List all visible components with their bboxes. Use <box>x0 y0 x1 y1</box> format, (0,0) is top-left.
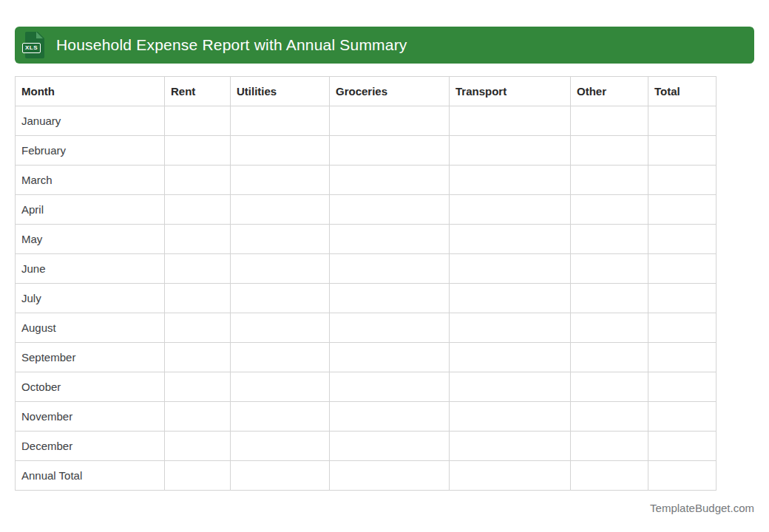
data-cell <box>648 343 717 372</box>
data-cell <box>571 343 648 372</box>
data-cell <box>231 136 330 166</box>
data-cell <box>165 195 231 225</box>
data-cell <box>450 432 571 461</box>
data-cell <box>330 372 450 402</box>
data-cell <box>571 166 648 195</box>
data-cell <box>450 313 571 343</box>
column-header-total: Total <box>648 77 717 106</box>
row-label-cell: June <box>16 254 165 284</box>
row-label-cell: January <box>16 106 165 136</box>
data-cell <box>450 166 571 195</box>
xls-file-icon: XLS <box>24 31 44 59</box>
report-title-bar: XLS Household Expense Report with Annual… <box>15 27 754 64</box>
data-cell <box>330 136 450 166</box>
data-cell <box>165 136 231 166</box>
page-title: Household Expense Report with Annual Sum… <box>56 36 407 54</box>
data-cell <box>648 225 717 254</box>
data-cell <box>165 166 231 195</box>
xls-badge-label: XLS <box>22 43 41 53</box>
data-cell <box>571 225 648 254</box>
data-cell <box>450 136 571 166</box>
column-header-transport: Transport <box>450 77 571 106</box>
data-cell <box>231 225 330 254</box>
data-cell <box>648 106 717 136</box>
data-cell <box>330 284 450 313</box>
data-cell <box>648 372 717 402</box>
data-cell <box>330 166 450 195</box>
data-cell <box>571 461 648 491</box>
site-credit: TemplateBudget.com <box>650 502 754 514</box>
data-cell <box>450 225 571 254</box>
data-cell <box>571 313 648 343</box>
data-cell <box>165 106 231 136</box>
table-header: MonthRentUtilitiesGroceriesTransportOthe… <box>16 77 717 106</box>
data-cell <box>231 461 330 491</box>
data-cell <box>450 402 571 432</box>
table-row: August <box>16 313 717 343</box>
column-header-rent: Rent <box>165 77 231 106</box>
table-row: Annual Total <box>16 461 717 491</box>
data-cell <box>450 343 571 372</box>
data-cell <box>165 402 231 432</box>
table-row: May <box>16 225 717 254</box>
row-label-cell: November <box>16 402 165 432</box>
column-header-utilities: Utilities <box>231 77 330 106</box>
row-label-cell: October <box>16 372 165 402</box>
table-row: January <box>16 106 717 136</box>
data-cell <box>648 461 717 491</box>
data-cell <box>165 343 231 372</box>
data-cell <box>330 461 450 491</box>
data-cell <box>450 195 571 225</box>
table-row: July <box>16 284 717 313</box>
data-cell <box>330 402 450 432</box>
data-cell <box>231 106 330 136</box>
table-row: June <box>16 254 717 284</box>
expense-table: MonthRentUtilitiesGroceriesTransportOthe… <box>15 76 717 491</box>
table-row: February <box>16 136 717 166</box>
data-cell <box>648 313 717 343</box>
data-cell <box>330 254 450 284</box>
data-cell <box>231 372 330 402</box>
row-label-cell: February <box>16 136 165 166</box>
data-cell <box>330 106 450 136</box>
data-cell <box>571 402 648 432</box>
data-cell <box>571 254 648 284</box>
data-cell <box>165 372 231 402</box>
data-cell <box>450 372 571 402</box>
header-row: MonthRentUtilitiesGroceriesTransportOthe… <box>16 77 717 106</box>
data-cell <box>231 254 330 284</box>
data-cell <box>450 284 571 313</box>
data-cell <box>165 432 231 461</box>
data-cell <box>648 136 717 166</box>
data-cell <box>648 254 717 284</box>
data-cell <box>165 313 231 343</box>
row-label-cell: July <box>16 284 165 313</box>
data-cell <box>165 284 231 313</box>
data-cell <box>571 136 648 166</box>
data-cell <box>231 166 330 195</box>
column-header-month: Month <box>16 77 165 106</box>
data-cell <box>648 432 717 461</box>
data-cell <box>648 284 717 313</box>
data-cell <box>330 195 450 225</box>
row-label-cell: Annual Total <box>16 461 165 491</box>
data-cell <box>571 106 648 136</box>
data-cell <box>450 106 571 136</box>
table-body: JanuaryFebruaryMarchAprilMayJuneJulyAugu… <box>16 106 717 491</box>
data-cell <box>330 225 450 254</box>
data-cell <box>450 254 571 284</box>
table-row: March <box>16 166 717 195</box>
data-cell <box>231 343 330 372</box>
data-cell <box>648 166 717 195</box>
data-cell <box>571 432 648 461</box>
row-label-cell: April <box>16 195 165 225</box>
column-header-groceries: Groceries <box>330 77 450 106</box>
table-row: October <box>16 372 717 402</box>
data-cell <box>571 284 648 313</box>
data-cell <box>648 195 717 225</box>
table-row: September <box>16 343 717 372</box>
data-cell <box>165 461 231 491</box>
data-cell <box>571 195 648 225</box>
table-row: December <box>16 432 717 461</box>
data-cell <box>231 402 330 432</box>
